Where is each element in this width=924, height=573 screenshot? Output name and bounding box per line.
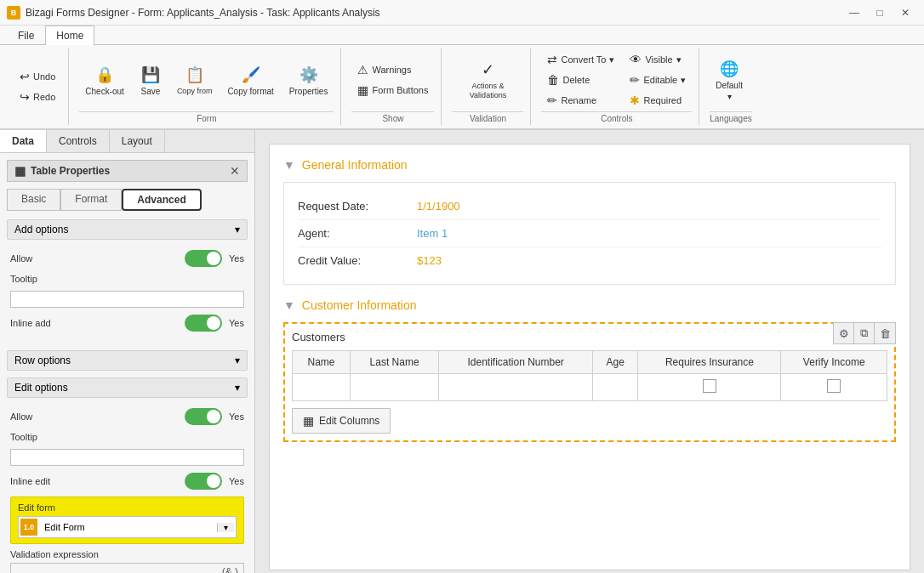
undo-button[interactable]: ↩ Undo — [14, 67, 61, 86]
copy-from-icon: 📋 — [185, 65, 205, 85]
properties-button[interactable]: ⚙️ Properties — [283, 60, 334, 100]
insurance-checkbox[interactable] — [703, 379, 716, 393]
copy-format-button[interactable]: 🖌️ Copy format — [221, 60, 279, 100]
maximize-button[interactable]: □ — [868, 4, 892, 21]
inline-add-toggle[interactable] — [185, 315, 222, 332]
languages-group-label: Languages — [710, 111, 752, 123]
delete-button[interactable]: 🗑 Delete — [541, 71, 620, 89]
prop-panel-title: ▦ Table Properties — [14, 164, 110, 178]
close-button[interactable]: ✕ — [893, 4, 917, 21]
ribbon-group-form: 🔒 Check-out 💾 Save 📋 Copy from 🖌️ Copy f… — [72, 48, 341, 125]
form-buttons-icon: ▦ — [357, 83, 368, 97]
show-group-label: Show — [351, 111, 434, 123]
edit-form-selector[interactable]: 1.0 Edit Form ▾ — [18, 516, 237, 538]
validation-input[interactable]: (&.) — [10, 563, 244, 573]
panel-tab-controls[interactable]: Controls — [47, 130, 110, 152]
panel-tabs: Data Controls Layout — [0, 130, 254, 153]
edit-columns-button[interactable]: ▦ Edit Columns — [292, 408, 391, 434]
default-icon: 🌐 — [719, 59, 739, 79]
ribbon: File Home ↩ Undo ↪ Redo — [0, 26, 924, 130]
actions-validations-button[interactable]: ✓ Actions & Validations — [452, 55, 523, 105]
copy-from-button[interactable]: 📋 Copy from — [171, 60, 219, 99]
cell-verify — [781, 374, 887, 401]
default-button[interactable]: 🌐 Default ▾ — [710, 54, 749, 105]
prop-tab-advanced[interactable]: Advanced — [122, 189, 201, 211]
property-tabs: Basic Format Advanced — [7, 189, 248, 211]
save-button[interactable]: 💾 Save — [134, 60, 168, 100]
ribbon-group-show: ⚠ Warnings ▦ Form Buttons Show — [345, 48, 442, 125]
inline-edit-toggle[interactable] — [185, 473, 222, 490]
edit-form-icon: 1.0 — [20, 519, 37, 536]
table-delete-button[interactable]: 🗑 — [875, 323, 895, 343]
form-preview: ▼ General Information Request Date: 1/1/… — [255, 130, 924, 573]
col-id-number: Identification Number — [439, 351, 593, 374]
minimize-button[interactable]: — — [842, 4, 866, 21]
table-copy-button[interactable]: ⧉ — [854, 323, 875, 343]
form-buttons-button[interactable]: ▦ Form Buttons — [351, 81, 434, 99]
table-header-row: Name Last Name Identification Number Age… — [293, 351, 887, 374]
edit-options-section-header[interactable]: Edit options ▾ — [7, 377, 248, 398]
rename-icon: ✏ — [547, 94, 557, 107]
add-options-content: Allow Yes Tooltip Inline add — [7, 245, 248, 343]
edit-options-content: Allow Yes Tooltip Inline edit — [7, 403, 248, 573]
add-options-section-header[interactable]: Add options ▾ — [7, 219, 248, 240]
col-requires-insurance: Requires Insurance — [638, 351, 781, 374]
ribbon-group-languages: 🌐 Default ▾ Languages — [703, 48, 759, 125]
required-icon: ✱ — [630, 94, 640, 107]
controls-group-label: Controls — [541, 111, 692, 123]
ribbon-content: ↩ Undo ↪ Redo 🔒 Check-out 💾 — [0, 45, 924, 128]
table-icon: ▦ — [14, 164, 26, 178]
redo-button[interactable]: ↪ Redo — [14, 88, 61, 106]
main-area: Data Controls Layout ▦ Table Properties … — [0, 130, 924, 573]
app-title: Bizagi Forms Designer - Form: Applicants… — [26, 7, 380, 19]
table-row — [293, 374, 887, 401]
cell-id — [439, 374, 593, 401]
tab-file[interactable]: File — [7, 26, 45, 45]
ribbon-group-undo: ↩ Undo ↪ Redo — [7, 48, 69, 125]
properties-icon: ⚙️ — [299, 65, 319, 85]
collapse-icon-general[interactable]: ▼ — [283, 158, 295, 172]
table-properties-header: ▦ Table Properties ✕ — [7, 160, 248, 182]
panel-tab-layout[interactable]: Layout — [110, 130, 165, 152]
edit-options-inline-row: Inline edit Yes — [10, 473, 244, 490]
col-lastname: Last Name — [351, 351, 439, 374]
save-icon: 💾 — [140, 65, 161, 85]
title-bar-controls: — □ ✕ — [842, 4, 917, 21]
form-group-label: Form — [79, 111, 334, 123]
edit-allow-toggle[interactable] — [185, 408, 222, 425]
general-info-fields: Request Date: 1/1/1900 Agent: Item 1 Cre… — [283, 182, 896, 285]
tab-home[interactable]: Home — [45, 26, 94, 45]
prop-tab-format[interactable]: Format — [60, 189, 122, 211]
general-info-section: ▼ General Information — [283, 158, 896, 172]
close-panel-button[interactable]: ✕ — [230, 164, 240, 178]
visible-button[interactable]: 👁 Visible ▾ — [624, 50, 692, 69]
verify-checkbox[interactable] — [827, 379, 841, 393]
cell-name — [293, 374, 351, 401]
required-button[interactable]: ✱ Required — [624, 91, 692, 110]
prop-tab-basic[interactable]: Basic — [7, 189, 60, 211]
request-date-row: Request Date: 1/1/1900 — [298, 193, 881, 220]
collapse-icon-customer[interactable]: ▼ — [283, 298, 295, 312]
checkout-button[interactable]: 🔒 Check-out — [79, 60, 130, 100]
editable-button[interactable]: ✏ Editable ▾ — [624, 71, 692, 89]
col-verify-income: Verify Income — [781, 351, 887, 374]
rename-button[interactable]: ✏ Rename — [541, 91, 620, 110]
delete-icon: 🗑 — [547, 73, 559, 87]
add-allow-toggle[interactable] — [185, 250, 222, 267]
add-options-tooltip-input[interactable] — [10, 291, 244, 308]
actions-icon: ✓ — [477, 60, 498, 80]
edit-form-section: Edit form 1.0 Edit Form ▾ — [10, 496, 244, 544]
cell-lastname — [351, 374, 439, 401]
title-bar-left: B Bizagi Forms Designer - Form: Applican… — [7, 6, 380, 20]
cell-insurance — [638, 374, 781, 401]
panel-tab-data[interactable]: Data — [0, 130, 47, 152]
edit-options-tooltip-input[interactable] — [10, 449, 244, 466]
convert-to-button[interactable]: ⇄ Convert To ▾ — [541, 50, 620, 69]
col-name: Name — [293, 351, 351, 374]
form-container: ▼ General Information Request Date: 1/1/… — [269, 144, 910, 570]
visible-icon: 👁 — [630, 53, 642, 66]
warnings-button[interactable]: ⚠ Warnings — [351, 60, 434, 79]
row-options-section-header[interactable]: Row options ▾ — [7, 350, 248, 371]
table-settings-button[interactable]: ⚙ — [834, 323, 854, 343]
edit-form-dropdown-arrow[interactable]: ▾ — [217, 523, 234, 532]
